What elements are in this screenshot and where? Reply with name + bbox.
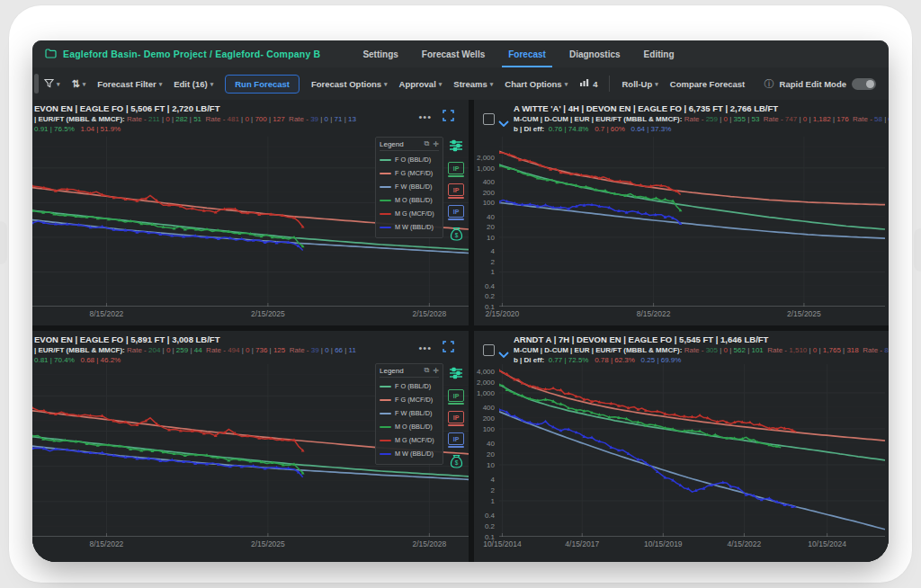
ip-wtr-icon[interactable]: IP — [448, 432, 464, 448]
legend-item-fo[interactable]: F O (BBL/D) — [380, 153, 439, 166]
chevron-down-icon: ▾ — [159, 81, 163, 88]
x-axis-labels: 8/15/20222/15/20252/15/2028 — [32, 309, 469, 322]
chart-panel-bottom-right: ARNDT A | 7H | DEVON EN | EAGLE FO | 5,5… — [474, 331, 889, 562]
ip-badge: IP — [448, 432, 464, 445]
x-axis-labels: 10/15/20144/15/201710/15/20194/15/202210… — [474, 539, 889, 552]
legend-item-mw[interactable]: M W (BBL/D) — [380, 447, 439, 460]
legend-item-mg[interactable]: M G (MCF/D) — [380, 207, 439, 220]
ip-underline — [448, 197, 464, 199]
chart-settings-icon[interactable] — [449, 367, 463, 383]
panel-menu-button[interactable]: ••• — [418, 112, 432, 121]
y-tick-label: 2 — [491, 258, 495, 266]
expand-icon[interactable] — [443, 340, 454, 356]
collapse-chevron-icon[interactable] — [498, 345, 509, 361]
gas-forecast-line — [499, 151, 885, 204]
y-tick-label: 20 — [487, 450, 495, 459]
chevron-down-icon: ▾ — [490, 81, 494, 88]
oil-forecast-line — [499, 165, 885, 229]
legend-line-swatch — [380, 413, 391, 414]
legend-line-swatch — [380, 426, 391, 428]
legend-item-mw[interactable]: M W (BBL/D) — [380, 220, 439, 234]
well-checkbox[interactable] — [483, 113, 495, 125]
collapse-chevron-icon[interactable] — [498, 114, 509, 130]
y-tick-label: 0.2 — [485, 522, 495, 530]
tab-diagnostics[interactable]: Diagnostics — [558, 40, 632, 67]
panel-header: ARNDT A | 7H | DEVON EN | EAGLE FO | 5,5… — [474, 331, 889, 367]
ip-oil-icon[interactable]: IP — [448, 162, 464, 177]
tab-bar: SettingsForecast WellsForecastDiagnostic… — [351, 40, 685, 67]
legend-item-mg[interactable]: M G (MCF/D) — [380, 433, 439, 447]
tab-forecast-wells[interactable]: Forecast Wells — [410, 40, 496, 67]
legend-title: Legend — [380, 367, 404, 375]
charts-per-page[interactable]: 4 — [579, 78, 597, 89]
legend-item-fw[interactable]: F W (BBL/D) — [380, 180, 439, 193]
chart-settings-icon[interactable] — [449, 139, 463, 156]
streams-button[interactable]: Streams ▾ — [453, 79, 493, 89]
tab-editing[interactable]: Editing — [632, 40, 686, 67]
legend-item-fg[interactable]: F G (MCF/D) — [380, 393, 439, 406]
breadcrumb-text: Eagleford Basin- Demo Project / Eaglefor… — [63, 49, 320, 59]
legend-move-icon[interactable]: ✛ — [433, 140, 439, 148]
filter-button[interactable]: ▾ — [44, 78, 60, 90]
legend-line-swatch — [380, 213, 391, 215]
y-tick-label: 1,000 — [477, 165, 495, 173]
x-axis-labels: 8/15/20222/15/20252/15/2028 — [32, 539, 469, 552]
ip-underline — [448, 446, 464, 448]
chevron-down-icon: ▾ — [565, 81, 568, 88]
chevron-down-icon: ▾ — [210, 81, 214, 88]
chevron-down-icon: ▾ — [384, 81, 388, 88]
forecast-filter-button[interactable]: Forecast Filter ▾ — [97, 79, 162, 89]
chart-plot-area[interactable] — [499, 137, 885, 307]
y-tick-label: 10 — [487, 461, 495, 469]
y-axis-labels: 4,0002,0001,0004002001004020104210.40.20… — [474, 364, 497, 537]
well-checkbox[interactable] — [483, 344, 495, 356]
economics-icon[interactable]: $ — [450, 227, 463, 245]
ip-wtr-icon[interactable]: IP — [448, 205, 464, 220]
legend-move-icon[interactable]: ✛ — [433, 367, 439, 375]
compare-forecast-button[interactable]: Compare Forecast — [670, 79, 745, 89]
legend-copy-icon[interactable]: ⧉ — [425, 366, 430, 375]
legend-label: M W (BBL/D) — [395, 223, 434, 231]
ip-gas-icon[interactable]: IP — [448, 183, 464, 199]
toggle-knob — [866, 80, 874, 88]
chart-panel-top-right: A WITTE 'A' | 4H | DEVON EN | EAGLE FO |… — [474, 100, 889, 325]
ip-gas-icon[interactable]: IP — [448, 411, 464, 426]
roll-up-button[interactable]: Roll-Up ▾ — [621, 79, 657, 89]
chart-panel-top-left: EVON EN | EAGLE FO | 5,506 FT | 2,720 LB… — [32, 100, 469, 325]
sort-button[interactable]: ⇅ ▾ — [72, 78, 86, 90]
expand-icon[interactable] — [443, 109, 454, 125]
decorative-left-shape — [0, 221, 7, 264]
legend-item-fo[interactable]: F O (BBL/D) — [380, 379, 439, 393]
y-tick-label: 4,000 — [477, 368, 495, 376]
run-forecast-button[interactable]: Run Forecast — [225, 75, 300, 94]
tab-settings[interactable]: Settings — [351, 40, 409, 67]
forecast-options-button[interactable]: Forecast Options ▾ — [311, 79, 388, 89]
legend-copy-icon[interactable]: ⧉ — [425, 139, 430, 148]
edit-button[interactable]: Edit (16) ▾ — [174, 79, 213, 89]
legend-title: Legend — [380, 140, 404, 148]
chart-options-button[interactable]: Chart Options ▾ — [505, 79, 568, 89]
x-tick-label: 8/15/2022 — [90, 309, 124, 318]
rapid-edit-toggle[interactable] — [852, 78, 876, 90]
breadcrumb[interactable]: Eagleford Basin- Demo Project / Eaglefor… — [45, 49, 320, 60]
panel-header: A WITTE 'A' | 4H | DEVON EN | EAGLE FO |… — [474, 100, 889, 136]
legend-item-fw[interactable]: F W (BBL/D) — [380, 406, 439, 420]
y-tick-label: 400 — [483, 404, 495, 412]
chart-plot-area[interactable] — [499, 364, 885, 537]
panel-menu-button[interactable]: ••• — [418, 343, 432, 352]
y-tick-label: 1,000 — [477, 389, 495, 397]
approval-button[interactable]: Approval ▾ — [399, 79, 443, 89]
legend-item-mo[interactable]: M O (BBL/D) — [380, 193, 439, 207]
economics-icon[interactable]: $ — [450, 454, 463, 472]
legend-label: M W (BBL/D) — [395, 450, 434, 458]
legend-line-swatch — [380, 173, 391, 174]
ip-oil-icon[interactable]: IP — [448, 389, 464, 405]
tab-forecast[interactable]: Forecast — [496, 40, 558, 67]
drawer-handle[interactable] — [34, 74, 39, 94]
legend-label: M G (MCF/D) — [395, 209, 434, 218]
well-stats: | EUR/FT (MBBL & MMCF): Rate - 204 | 0 |… — [34, 345, 356, 355]
gas-monthly-line — [32, 408, 303, 450]
legend-item-fg[interactable]: F G (MCF/D) — [380, 166, 439, 180]
legend-item-mo[interactable]: M O (BBL/D) — [380, 420, 439, 433]
legend-line-swatch — [380, 186, 391, 188]
